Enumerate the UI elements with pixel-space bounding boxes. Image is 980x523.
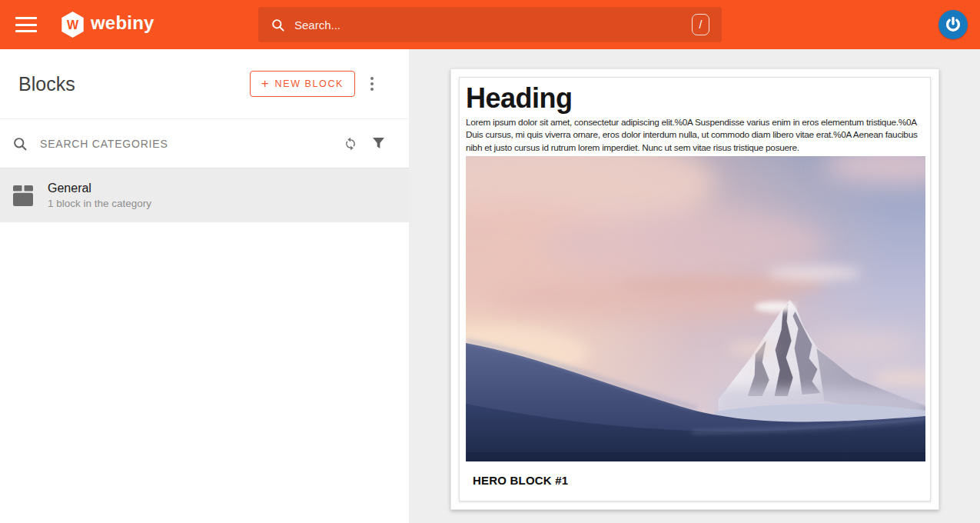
hero-mountain-image	[466, 156, 925, 461]
search-icon	[9, 133, 31, 155]
category-search-bar	[0, 119, 409, 168]
blocks-sidebar: Blocks + NEW BLOCK	[0, 49, 409, 523]
category-name: General	[48, 182, 151, 195]
menu-icon[interactable]	[15, 17, 37, 32]
sidebar-header: Blocks + NEW BLOCK	[0, 49, 409, 119]
plus-icon: +	[261, 76, 269, 92]
new-block-button[interactable]: + NEW BLOCK	[250, 71, 355, 97]
block-preview: Heading Lorem ipsum dolor sit amet, cons…	[459, 77, 931, 501]
category-item-general[interactable]: General 1 block in the category	[0, 168, 409, 222]
category-blocks-icon	[12, 185, 34, 206]
new-block-button-label: NEW BLOCK	[275, 78, 344, 89]
global-search: /	[258, 7, 722, 42]
page-title: Blocks	[18, 73, 250, 95]
block-preview-paragraph: Lorem ipsum dolor sit amet, consectetur …	[466, 116, 924, 154]
blocks-content-panel: Heading Lorem ipsum dolor sit amet, cons…	[409, 49, 980, 523]
user-avatar[interactable]	[938, 10, 968, 39]
block-card[interactable]: Heading Lorem ipsum dolor sit amet, cons…	[450, 68, 939, 510]
svg-text:W: W	[67, 18, 79, 32]
block-preview-heading: Heading	[466, 84, 924, 114]
slash-shortcut-badge: /	[692, 14, 709, 35]
top-app-bar: W webiny /	[0, 0, 980, 49]
filter-icon[interactable]	[369, 134, 388, 153]
more-options-icon[interactable]	[366, 72, 378, 95]
power-icon	[944, 15, 962, 34]
webiny-hexagon-icon: W	[60, 11, 85, 38]
category-list: General 1 block in the category	[0, 168, 409, 222]
search-icon	[271, 18, 285, 32]
category-description: 1 block in the category	[48, 198, 151, 209]
global-search-input[interactable]	[294, 18, 692, 32]
refresh-icon[interactable]	[340, 133, 361, 155]
category-search-input[interactable]	[40, 138, 340, 150]
mountain-scene-illustration	[466, 156, 925, 461]
block-name-label: HERO BLOCK #1	[473, 474, 924, 487]
webiny-logo[interactable]: W webiny	[60, 11, 154, 38]
brand-wordmark: webiny	[91, 12, 154, 37]
